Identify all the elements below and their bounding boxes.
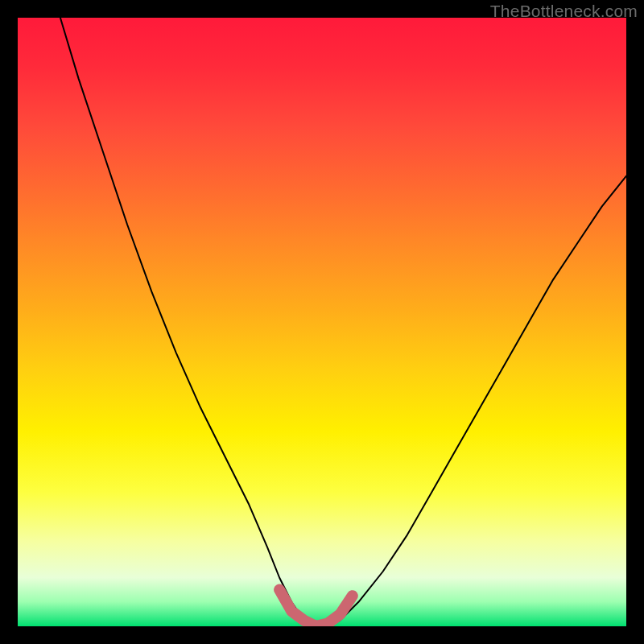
watermark-text: TheBottleneck.com bbox=[490, 2, 638, 21]
chart-svg bbox=[18, 18, 626, 626]
chart-plot-area bbox=[18, 18, 626, 626]
optimal-range-marker bbox=[279, 590, 353, 626]
bottleneck-curve bbox=[60, 18, 626, 626]
